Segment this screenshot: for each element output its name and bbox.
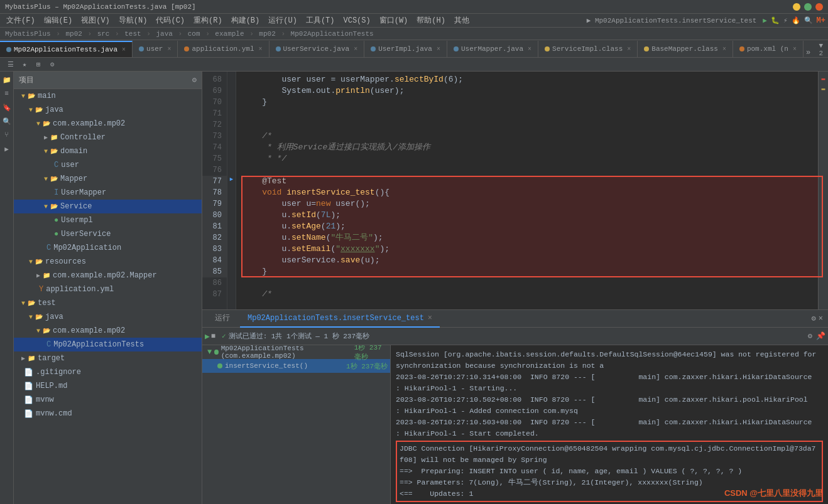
tree-item-helpmd[interactable]: 📄 HELP.md	[14, 379, 202, 393]
run-panel-close-btn[interactable]: ×	[819, 314, 823, 323]
search-btn[interactable]: 🔍	[804, 16, 813, 24]
tab-userservice[interactable]: UserService.java ×	[270, 41, 365, 57]
menu-navigate[interactable]: 导航(N)	[115, 14, 151, 27]
menu-window[interactable]: 窗口(W)	[376, 14, 412, 27]
run-tab-close[interactable]: ×	[428, 314, 432, 323]
tree-item-user[interactable]: C user	[14, 158, 202, 172]
tab-close-btn[interactable]: ×	[437, 46, 440, 53]
tree-item-service[interactable]: ▼ 📂 Service	[14, 200, 202, 213]
stop-btn[interactable]: ■	[211, 332, 215, 341]
tab-userimpl[interactable]: UserImpl.java ×	[364, 41, 447, 57]
tab-close-btn[interactable]: ×	[793, 46, 797, 53]
close-btn[interactable]	[815, 3, 823, 11]
tree-item-mapper[interactable]: ▼ 📂 Mapper	[14, 172, 202, 186]
tab-application-yml[interactable]: application.yml ×	[178, 41, 269, 57]
folder-icon: 📂	[50, 175, 58, 183]
bookmark-btn[interactable]: ★	[19, 59, 30, 70]
tab-close-btn[interactable]: ×	[167, 46, 171, 53]
tree-item-mp02tests[interactable]: C Mp02ApplicationTests	[14, 338, 202, 351]
tab-close-btn[interactable]: ×	[528, 46, 531, 53]
menu-other[interactable]: 其他	[450, 14, 473, 27]
tab-close-btn[interactable]: ×	[722, 46, 726, 53]
minimize-btn[interactable]	[793, 3, 800, 11]
tab-dot	[6, 47, 11, 52]
tree-item-label: .gitignore	[36, 368, 81, 377]
tree-item-resources[interactable]: ▼ 📂 resources	[14, 255, 202, 269]
menu-refactor[interactable]: 重构(R)	[190, 14, 226, 27]
filter-btn[interactable]: ⚙	[808, 331, 812, 341]
git-icon[interactable]: ⑂	[1, 129, 13, 141]
menu-tools[interactable]: 工具(T)	[302, 14, 339, 27]
settings-btn[interactable]: 🔥	[792, 16, 800, 24]
menu-build[interactable]: 构建(B)	[227, 14, 264, 27]
toolbar-strip: ☰ ★ ⊞ ⚙	[0, 58, 828, 72]
structure-icon[interactable]: ≡	[1, 88, 13, 99]
project-icon[interactable]: 📁	[1, 74, 13, 85]
tree-item-userservice[interactable]: ● UserService	[14, 227, 202, 241]
tab-close-btn[interactable]: ×	[354, 46, 357, 53]
settings-gear-btn[interactable]: ⚙	[46, 59, 58, 70]
menu-code[interactable]: 代码(C)	[152, 14, 188, 27]
tab-dot	[644, 46, 649, 51]
sidebar-settings-btn[interactable]: ⚙	[192, 75, 197, 85]
menu-view[interactable]: 视图(V)	[77, 14, 114, 27]
tree-item-controller[interactable]: ▶ 📁 Controller	[14, 131, 202, 144]
tree-item-com-example[interactable]: ▼ 📂 com.example.mp02	[14, 117, 202, 131]
tree-item-mapper-xml[interactable]: ▶ 📁 com.example.mp02.Mapper	[14, 269, 202, 282]
pin-btn[interactable]: 📌	[816, 331, 825, 341]
tree-item-domain[interactable]: ▼ 📂 domain	[14, 144, 202, 158]
tree-item-appyml[interactable]: Y application.yml	[14, 282, 202, 296]
folder-expand-icon: ▼	[44, 203, 48, 210]
tree-item-test-com[interactable]: ▼ 📂 com.example.mp02	[14, 324, 202, 338]
run-btn[interactable]: ▶	[763, 16, 767, 24]
search-icon[interactable]: 🔍	[1, 115, 13, 127]
menu-edit[interactable]: 编辑(E)	[40, 14, 77, 27]
tab-serviceimpl[interactable]: ServiceImpl.class ×	[538, 41, 638, 57]
tab-basemapper[interactable]: BaseMapper.class ×	[638, 41, 733, 57]
structure-btn[interactable]: ☰	[5, 59, 16, 70]
run-tree-item-method[interactable]: insertService_test() 1秒 237毫秒	[202, 359, 390, 373]
tree-item-java[interactable]: ▼ 📂 java	[14, 103, 202, 117]
unfold-btn[interactable]: ⊞	[33, 59, 44, 70]
code-editor[interactable]: 68 69 70 71 72 73 74 75 76 77 78 79 80 8…	[202, 72, 828, 309]
menu-vcs[interactable]: VCS(S)	[339, 15, 374, 26]
maximize-btn[interactable]	[804, 3, 812, 11]
tab-mp02applicationtests[interactable]: Mp02ApplicationTests.java ×	[0, 41, 133, 57]
tab-close-btn[interactable]: ×	[259, 46, 263, 53]
tree-item-mvnwcmd[interactable]: 📄 mvnw.cmd	[14, 407, 202, 421]
tab-close-btn[interactable]: ×	[122, 46, 126, 53]
folder-expand-icon: ▼	[29, 107, 33, 114]
tree-item-usermapper[interactable]: I UserMapper	[14, 186, 202, 200]
code-line-72	[242, 119, 818, 131]
run-icon[interactable]: ▶	[1, 143, 13, 154]
bookmark-icon[interactable]: 🔖	[1, 102, 13, 113]
tree-item-mvnw[interactable]: 📄 mvnw	[14, 393, 202, 407]
tab-usermapper[interactable]: UserMapper.java ×	[447, 41, 538, 57]
folder-icon: 📂	[28, 92, 35, 100]
folder-expand-icon: ▼	[29, 259, 33, 265]
tree-item-gitignore[interactable]: 📄 .gitignore	[14, 365, 202, 379]
profile-btn[interactable]: ⚡	[783, 16, 788, 24]
menu-run[interactable]: 运行(U)	[264, 14, 301, 27]
tree-item-test[interactable]: ▼ 📂 test	[14, 296, 202, 310]
run-tab-insertservice[interactable]: Mp02ApplicationTests.insertService_test …	[240, 310, 440, 328]
tab-user[interactable]: user ×	[133, 41, 178, 57]
tree-item-target[interactable]: ▶ 📁 target	[14, 351, 202, 365]
run-tab-run[interactable]: 运行	[207, 310, 237, 328]
menu-file[interactable]: 文件(F)	[3, 14, 39, 27]
run-panel-settings-btn[interactable]: ⚙	[812, 314, 816, 323]
more-tabs-btn[interactable]: »	[803, 48, 813, 57]
line-numbers: 68 69 70 71 72 73 74 75 76 77 78 79 80 8…	[202, 72, 227, 309]
run-tree-item-class[interactable]: ▼ Mp02ApplicationTests (com.example.mp02…	[202, 345, 390, 359]
tab-close-btn[interactable]: ×	[627, 46, 631, 53]
run-config-label: ▶ Mp02ApplicationTests.insertService_tes…	[587, 16, 757, 24]
tree-item-usermpl[interactable]: ● Usermpl	[14, 213, 202, 227]
tree-item-main[interactable]: ▼ 📂 main	[14, 89, 202, 103]
debug-btn[interactable]: 🐛	[771, 16, 780, 24]
menu-help[interactable]: 帮助(H)	[413, 14, 449, 27]
tree-item-test-java[interactable]: ▼ 📂 java	[14, 310, 202, 324]
rerun-btn[interactable]: ▶	[205, 331, 210, 341]
tab-pomxml[interactable]: pom.xml (n ×	[733, 41, 803, 57]
file-tabs: Mp02ApplicationTests.java × user × appli…	[0, 40, 828, 58]
tree-item-mp02app[interactable]: C Mp02Application	[14, 241, 202, 255]
